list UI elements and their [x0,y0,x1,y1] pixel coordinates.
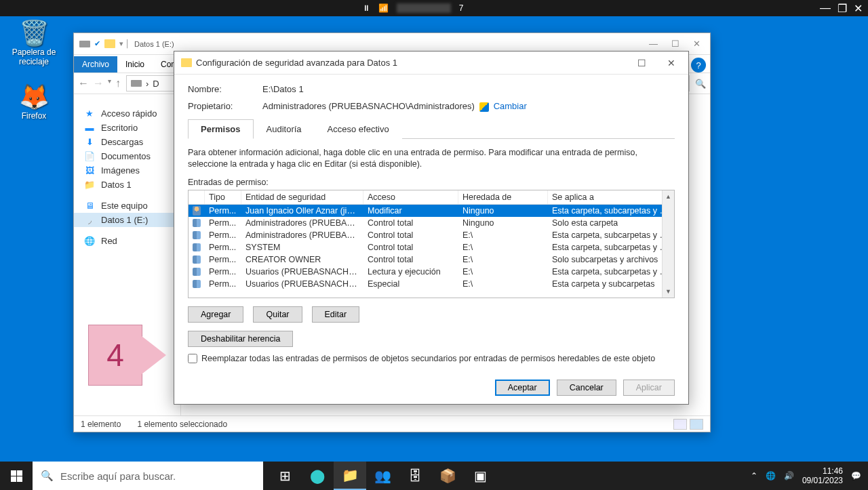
cancel-button[interactable]: Cancelar [557,380,616,396]
header-entity[interactable]: Entidad de seguridad [241,190,363,204]
cell-entity: CREATOR OWNER [241,254,363,265]
cell-applies: Esta carpeta, subcarpetas y ar... [548,242,674,253]
explorer-status-bar: 1 elemento 1 elemento seleccionado [74,415,710,432]
sidebar-datos1[interactable]: 📁Datos 1 [74,178,180,192]
explorer-maximize[interactable]: ☐ [671,39,679,49]
tab-auditoria[interactable]: Auditoría [254,119,315,139]
pause-icon[interactable]: ⏸ [362,3,370,13]
signal-icon: 📶 [378,3,389,13]
cell-access: Control total [363,218,458,228]
help-icon[interactable]: ? [691,58,706,73]
app-icon-3[interactable]: 📦 [431,462,464,490]
sidebar-datos1e[interactable]: ◞Datos 1 (E:) [74,213,180,227]
maximize-icon[interactable]: ❐ [837,2,847,15]
callout-number: 4 [88,325,142,386]
tray-volume-icon[interactable]: 🔊 [784,471,794,481]
table-row[interactable]: Perm...SYSTEMControl totalE:\Esta carpet… [189,241,674,253]
header-applies[interactable]: Se aplica a [548,190,674,204]
app-icon-2[interactable]: 🗄 [399,462,431,490]
change-owner-link[interactable]: Cambiar [494,101,527,111]
table-header: Tipo Entidad de seguridad Acceso Heredad… [189,190,674,205]
dialog-close[interactable]: ✕ [661,58,682,68]
search-icon[interactable]: 🔍 [695,79,706,89]
tab-acceso-efectivo[interactable]: Acceso efectivo [315,119,402,139]
nav-dropdown[interactable]: ▾ [108,77,111,89]
vm-title-bar: ⏸ 📶 7 — ❐ ✕ [0,0,868,16]
table-row[interactable]: Perm...Usuarios (PRUEBASNACHO\...Lectura… [189,266,674,278]
permissions-table: Tipo Entidad de seguridad Acceso Heredad… [188,190,675,298]
dialog-title-bar[interactable]: Configuración de seguridad avanzada para… [174,52,688,75]
sidebar-network[interactable]: 🌐Red [74,234,180,248]
minimize-icon[interactable]: — [820,2,831,15]
drive-icon [79,41,90,47]
scroll-up-icon[interactable]: ▲ [663,190,674,203]
sidebar-quick-access[interactable]: ★Acceso rápido [74,106,180,121]
cell-type: Perm... [205,254,241,265]
nav-up[interactable]: ↑ [115,77,121,89]
tab-inicio[interactable]: Inicio [117,56,153,73]
firefox-icon[interactable]: 🦊 Firefox [9,83,58,121]
table-scrollbar[interactable]: ▲ ▼ [662,190,674,298]
add-button[interactable]: Agregar [188,306,243,323]
cell-inherited: Ninguno [458,218,548,228]
table-row[interactable]: Perm...CREATOR OWNERControl totalE:\Solo… [189,253,674,266]
firefox-label: Firefox [9,111,58,121]
tab-archivo[interactable]: Archivo [74,56,117,73]
disable-inheritance-button[interactable]: Deshabilitar herencia [188,331,293,347]
task-view-icon[interactable]: ⊞ [269,462,301,490]
terminal-icon[interactable]: ▣ [464,462,496,490]
sidebar-this-pc[interactable]: 🖥Este equipo [74,199,180,213]
accept-button[interactable]: Aceptar [495,380,550,396]
path-drive-icon [131,80,142,87]
edge-icon[interactable]: ⬤ [301,462,334,490]
app-icon-1[interactable]: 👥 [366,462,399,490]
header-inherited[interactable]: Heredada de [458,190,548,204]
cell-access: Lectura y ejecución [363,266,458,277]
taskbar-clock[interactable]: 11:46 09/01/2023 [802,466,843,486]
windows-logo-icon [11,470,22,482]
cell-entity: SYSTEM [241,242,363,253]
cell-applies: Solo esta carpeta [548,218,674,228]
cell-entity: Administradores (PRUEBASN... [241,230,363,241]
search-box[interactable]: 🔍 Escribe aquí para buscar. [33,462,263,490]
sidebar-desktop[interactable]: ▬Escritorio [74,121,180,135]
dialog-maximize[interactable]: ☐ [631,58,652,68]
file-explorer-icon[interactable]: 📁 [334,462,366,490]
header-access[interactable]: Acceso [363,190,458,204]
start-button[interactable] [0,462,33,490]
edit-button[interactable]: Editar [312,306,360,323]
checkmark-icon[interactable]: ✔ [94,39,100,48]
cell-entity: Usuarios (PRUEBASNACHO\... [241,266,363,277]
table-row[interactable]: Perm...Administradores (PRUEBASN...Contr… [189,217,674,229]
explorer-close[interactable]: ✕ [693,39,701,49]
recycle-bin-icon[interactable]: 🗑️ Papelera de reciclaje [9,19,58,66]
nav-forward[interactable]: → [93,77,104,89]
view-details-icon[interactable] [673,419,687,430]
cell-access: Control total [363,254,458,265]
sidebar-downloads[interactable]: ⬇Descargas [74,135,180,149]
remove-button[interactable]: Quitar [253,306,302,323]
sidebar-documents[interactable]: 📄Documentos [74,149,180,163]
view-large-icon[interactable] [690,419,703,430]
tab-permisos[interactable]: Permisos [188,119,254,139]
table-row[interactable]: Perm...Administradores (PRUEBASN...Contr… [189,229,674,241]
sidebar-pictures[interactable]: 🖼Imágenes [74,163,180,178]
table-row[interactable]: Perm...Usuarios (PRUEBASNACHO\...Especia… [189,278,674,290]
close-icon[interactable]: ✕ [854,2,863,15]
advanced-security-dialog: Configuración de seguridad avanzada para… [174,51,689,405]
table-row[interactable]: Perm...Juan Ignacio Oller Aznar (jioll..… [189,205,674,217]
header-type[interactable]: Tipo [205,190,241,204]
explorer-title-text: Datos 1 (E:) [134,40,174,48]
taskbar: 🔍 Escribe aquí para buscar. ⊞ ⬤ 📁 👥 🗄 📦 … [0,462,868,490]
replace-permissions-checkbox[interactable] [188,354,197,363]
explorer-minimize[interactable]: — [649,39,658,49]
nav-back[interactable]: ← [78,77,89,89]
notification-icon[interactable]: 💬 [851,471,861,481]
scroll-down-icon[interactable]: ▼ [663,285,674,298]
recycle-bin-label: Papelera de reciclaje [9,47,58,66]
tray-chevron-icon[interactable]: ⌃ [751,471,757,481]
vm-number: 7 [459,3,464,13]
cell-inherited: E:\ [458,230,548,241]
tray-network-icon[interactable]: 🌐 [766,471,776,481]
apply-button[interactable]: Aplicar [623,380,675,396]
